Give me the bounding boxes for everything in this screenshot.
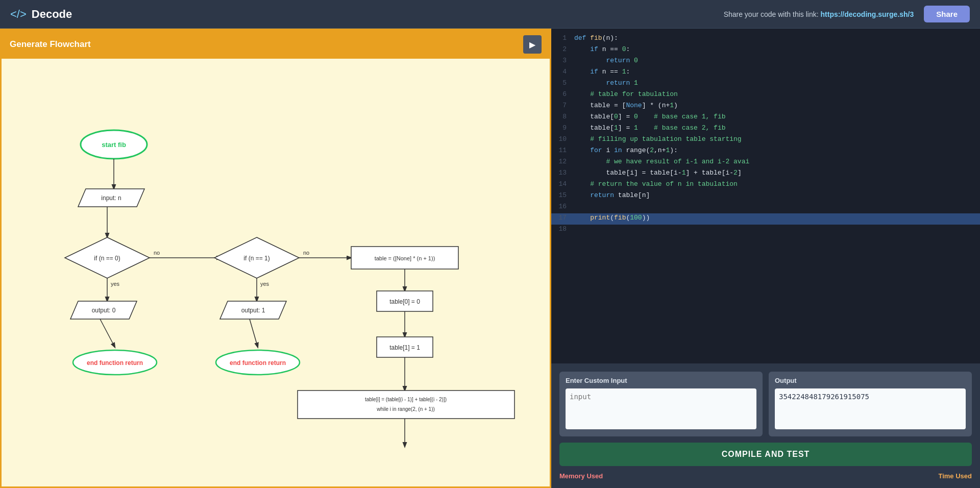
svg-text:table[0] = 0: table[0] = 0 [389,298,420,305]
flowchart-header: Generate Flowchart ▶ [2,30,550,59]
code-line-9: 9 table[1] = 1 # base case 2, fib [551,124,980,135]
flowchart-run-button[interactable]: ▶ [523,35,542,54]
code-line-5: 5 return 1 [551,79,980,90]
flowchart-canvas: start fib input: n if (n == 0) no yes [2,59,550,486]
main-content: Generate Flowchart ▶ start fib input: n … [0,29,980,488]
input-label: Enter Custom Input [566,377,756,384]
io-row: Enter Custom Input Output 35422484817926… [559,372,972,436]
code-line-15: 15 return table[n] [551,191,980,202]
logo-text: Decode [32,8,72,21]
share-text: Share your code with this link: https://… [724,10,914,18]
right-panel: 1 def fib(n): 2 if n == 0: 3 return 0 4 … [551,29,980,488]
svg-line-21 [100,319,115,347]
output-area: 354224848179261915075 [775,388,966,429]
svg-text:if (n == 0): if (n == 0) [94,255,120,262]
svg-text:yes: yes [111,281,120,287]
share-button[interactable]: Share [924,6,970,22]
code-line-11: 11 for i in range(2,n+1): [551,146,980,157]
custom-input[interactable] [566,388,756,429]
code-line-17: 17 print(fib(100)) [551,213,980,225]
svg-rect-37 [298,391,514,419]
code-line-4: 4 if n == 1: [551,67,980,79]
flowchart-title: Generate Flowchart [10,39,91,50]
header: </> Decode Share your code with this lin… [0,0,980,29]
svg-text:table[i] = (table[(i - 1)] + t: table[i] = (table[(i - 1)] + table[(i - … [365,397,447,402]
compile-button[interactable]: COMPILE AND TEST [559,443,972,466]
output-label: Output [775,377,966,384]
run-icon: ▶ [529,40,535,50]
output-box: Output 354224848179261915075 [769,372,972,436]
svg-text:yes: yes [260,281,270,287]
code-line-3: 3 return 0 [551,56,980,67]
logo-icon: </> [10,8,27,21]
logo: </> Decode [10,8,72,21]
input-box: Enter Custom Input [559,372,763,436]
code-line-8: 8 table[0] = 0 # base case 1, fib [551,112,980,124]
svg-text:end function return: end function return [230,359,286,367]
code-line-16: 16 [551,202,980,213]
code-editor[interactable]: 1 def fib(n): 2 if n == 0: 3 return 0 4 … [551,29,980,363]
code-line-10: 10 # filling up tabulation table startin… [551,135,980,146]
code-line-7: 7 table = [None] * (n+1) [551,101,980,112]
svg-text:output: 0: output: 0 [92,307,116,314]
svg-text:if (n == 1): if (n == 1) [243,255,270,262]
time-used-label: Time Used [938,472,972,480]
code-line-14: 14 # return the value of n in tabulation [551,180,980,191]
flowchart-svg: start fib input: n if (n == 0) no yes [2,59,543,486]
svg-text:end function return: end function return [87,359,143,367]
code-line-2: 2 if n == 0: [551,45,980,56]
svg-text:while i in range(2, (n + 1)): while i in range(2, (n + 1)) [376,406,435,412]
code-line-6: 6 # table for tabulation [551,90,980,101]
svg-text:no: no [303,250,309,256]
code-line-13: 13 table[i] = table[i-1] + table[i-2] [551,168,980,180]
svg-text:input: n: input: n [101,194,121,202]
share-link: https://decoding.surge.sh/3 [821,10,914,18]
svg-text:no: no [154,250,160,256]
svg-text:table = ([None] * (n + 1)): table = ([None] * (n + 1)) [375,255,435,261]
svg-text:output: 1: output: 1 [241,307,265,314]
code-line-12: 12 # we have result of i-1 and i-2 avai [551,157,980,168]
svg-text:table[1] = 1: table[1] = 1 [389,344,420,351]
svg-text:start fib: start fib [102,141,126,149]
code-line-18: 18 [551,225,980,236]
bottom-right: Enter Custom Input Output 35422484817926… [551,363,980,488]
memory-used-label: Memory Used [559,472,603,480]
left-panel: Generate Flowchart ▶ start fib input: n … [0,29,551,488]
svg-line-27 [250,319,258,347]
code-line-1: 1 def fib(n): [551,34,980,45]
metrics-row: Memory Used Time Used [559,472,972,480]
